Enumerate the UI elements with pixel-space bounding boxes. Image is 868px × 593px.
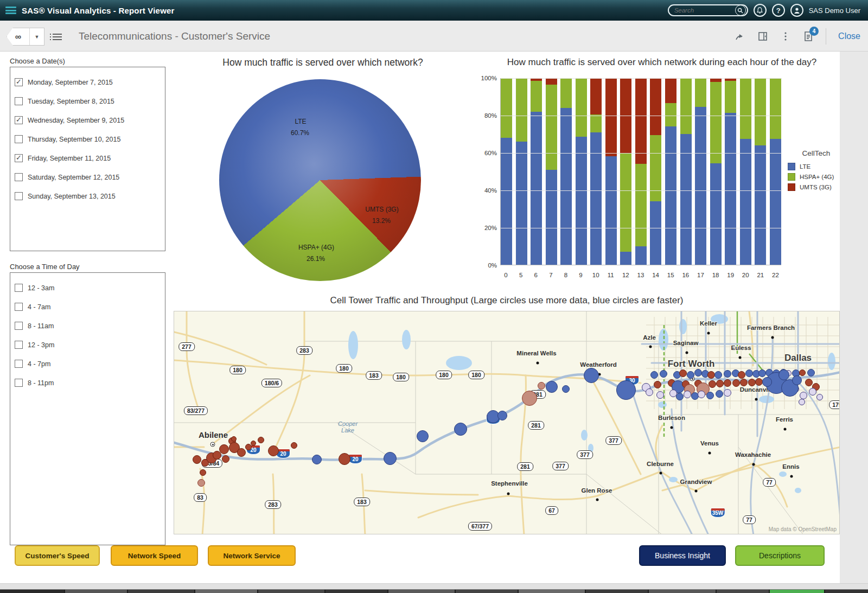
geo-map[interactable]: CooperLakeAbileneMineral WellsWeatherfor… [174, 311, 840, 534]
cell-tower-bubble[interactable] [738, 371, 745, 379]
chevron-down-icon[interactable]: ▼ [30, 34, 44, 40]
bar-segment-LTE[interactable] [770, 139, 781, 265]
bar-segment-LTE[interactable] [501, 138, 512, 265]
cell-tower-bubble[interactable] [258, 437, 264, 443]
time-option-checkbox[interactable] [15, 322, 23, 330]
stacked-bar-8[interactable] [560, 78, 572, 265]
guided-navigation-icon[interactable] [735, 31, 745, 42]
time-option-checkbox[interactable] [15, 303, 23, 311]
search-input[interactable] [674, 7, 735, 14]
cell-tower-bubble[interactable] [291, 442, 297, 449]
bar-segment-HSPA+ (4G)[interactable] [546, 85, 557, 170]
bar-segment-HSPA+ (4G)[interactable] [725, 81, 736, 112]
cell-tower-bubble[interactable] [724, 389, 731, 397]
time-option-row[interactable]: 8 - 11pm [15, 373, 165, 392]
cell-tower-bubble[interactable] [312, 455, 322, 464]
date-option-row[interactable]: Friday, September 11, 2015 [15, 149, 165, 168]
bar-segment-HSPA+ (4G)[interactable] [740, 78, 751, 139]
bar-segment-HSPA+ (4G)[interactable] [590, 114, 602, 132]
stacked-bar-16[interactable] [680, 78, 692, 265]
bar-segment-LTE[interactable] [560, 108, 572, 265]
stacked-bar-11[interactable] [605, 78, 617, 265]
cell-tower-bubble[interactable] [745, 369, 753, 377]
date-option-checkbox[interactable] [15, 116, 23, 124]
bar-segment-UMTS (3G)[interactable] [650, 78, 661, 135]
cell-tower-bubble[interactable] [714, 371, 722, 379]
cell-tower-bubble[interactable] [709, 380, 716, 388]
cell-tower-bubble[interactable] [676, 393, 684, 400]
cell-tower-bubble[interactable] [646, 388, 653, 396]
date-option-checkbox[interactable] [15, 97, 23, 105]
cell-tower-bubble[interactable] [200, 469, 206, 476]
user-name[interactable]: SAS Demo User [809, 7, 860, 15]
bar-segment-HSPA+ (4G)[interactable] [710, 82, 722, 163]
bar-segment-LTE[interactable] [650, 201, 661, 265]
bar-segment-LTE[interactable] [695, 107, 706, 265]
link-icon[interactable]: ∞ [7, 28, 30, 45]
comments-icon[interactable]: 4 [803, 31, 814, 42]
cell-tower-bubble[interactable] [694, 369, 702, 377]
cell-tower-bubble[interactable] [805, 379, 813, 386]
cell-tower-bubble[interactable] [706, 392, 714, 399]
bar-segment-HSPA+ (4G)[interactable] [770, 78, 781, 139]
bar-segment-HSPA+ (4G)[interactable] [680, 78, 692, 134]
bar-segment-HSPA+ (4G)[interactable] [635, 164, 647, 246]
cell-tower-bubble[interactable] [732, 379, 740, 387]
cell-tower-bubble[interactable] [193, 455, 201, 464]
cell-tower-bubble[interactable] [707, 371, 715, 379]
taskbar-window-button[interactable] [456, 590, 518, 593]
cell-tower-bubble[interactable] [687, 371, 694, 379]
bar-segment-UMTS (3G)[interactable] [605, 78, 617, 156]
taskbar-window-button[interactable] [717, 590, 769, 593]
os-taskbar[interactable] [0, 589, 868, 593]
date-option-row[interactable]: Sunday, September 13, 2015 [15, 187, 165, 206]
bar-segment-UMTS (3G)[interactable] [546, 78, 557, 85]
cell-tower-bubble[interactable] [538, 382, 545, 390]
cell-tower-bubble[interactable] [417, 430, 429, 442]
bar-segment-LTE[interactable] [576, 137, 587, 265]
taskbar-window-button[interactable] [326, 590, 387, 593]
cell-tower-bubble[interactable] [716, 380, 724, 387]
cell-tower-bubble[interactable] [684, 391, 691, 398]
taskbar-window-button[interactable] [770, 590, 825, 593]
stacked-bar-22[interactable] [770, 78, 781, 265]
cell-tower-bubble[interactable] [724, 379, 731, 387]
date-option-checkbox[interactable] [15, 154, 23, 162]
time-option-row[interactable]: 4 - 7am [15, 297, 165, 316]
bar-segment-LTE[interactable] [620, 252, 631, 265]
cell-tower-bubble[interactable] [758, 369, 766, 377]
stacked-bar-12[interactable] [620, 78, 631, 265]
bar-segment-HSPA+ (4G)[interactable] [531, 81, 542, 112]
cell-tower-bubble[interactable] [799, 369, 806, 376]
panel-toggle-icon[interactable] [757, 31, 768, 42]
cell-tower-bubble[interactable] [222, 455, 229, 463]
descriptions-button[interactable]: Descriptions [735, 545, 825, 566]
cell-tower-bubble[interactable] [562, 385, 570, 393]
bar-segment-UMTS (3G)[interactable] [590, 78, 602, 114]
cell-tower-bubble[interactable] [497, 411, 507, 420]
cell-tower-bubble[interactable] [716, 390, 723, 398]
cell-tower-bubble[interactable] [762, 377, 772, 387]
stacked-bar-17[interactable] [695, 78, 706, 265]
cell-tower-bubble[interactable] [816, 394, 823, 400]
stacked-bar-15[interactable] [665, 78, 676, 265]
bar-segment-HSPA+ (4G)[interactable] [650, 135, 661, 201]
bar-segment-LTE[interactable] [740, 139, 751, 265]
bar-segment-LTE[interactable] [590, 132, 602, 265]
cell-tower-bubble[interactable] [522, 391, 537, 406]
stacked-bar-10[interactable] [590, 78, 602, 265]
close-button[interactable]: Close [838, 31, 860, 41]
business-insight-button[interactable]: Business Insight [639, 545, 726, 566]
cell-tower-bubble[interactable] [268, 445, 279, 456]
user-avatar-icon[interactable] [790, 4, 803, 17]
cell-tower-bubble[interactable] [650, 371, 658, 379]
help-icon[interactable]: ? [772, 4, 785, 17]
bar-segment-LTE[interactable] [531, 112, 542, 265]
bar-segment-UMTS (3G)[interactable] [635, 78, 647, 164]
date-option-checkbox[interactable] [15, 192, 23, 200]
bar-segment-UMTS (3G)[interactable] [665, 78, 676, 103]
bar-segment-LTE[interactable] [605, 156, 617, 265]
cell-tower-bubble[interactable] [251, 441, 256, 446]
date-option-row[interactable]: Saturday, September 12, 2015 [15, 168, 165, 187]
customer-s-speed-button[interactable]: Customer's Speed [15, 545, 100, 566]
